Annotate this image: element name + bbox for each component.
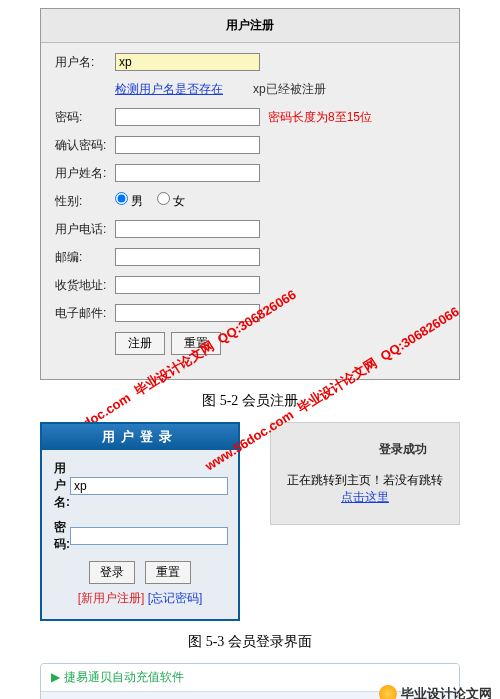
username-taken-msg: xp已经被注册 (253, 81, 326, 98)
triangle-icon: ▶ (51, 670, 60, 684)
password-hint: 密码长度为8至15位 (268, 109, 372, 126)
confirm-password-input[interactable] (115, 136, 260, 154)
phone-label: 用户电话: (55, 221, 115, 238)
realname-label: 用户姓名: (55, 165, 115, 182)
registration-panel: 用户注册 用户名: 检测用户名是否存在 xp已经被注册 密码: 密码长度为8至1… (40, 8, 460, 380)
gender-female-option[interactable]: 女 (157, 194, 185, 208)
reset-button[interactable]: 重置 (171, 332, 221, 355)
confirm-password-label: 确认密码: (55, 137, 115, 154)
leaf-icon (376, 682, 399, 699)
address-label: 收货地址: (55, 277, 115, 294)
login-password-input[interactable] (70, 527, 228, 545)
redirect-link[interactable]: 点击这里 (341, 490, 389, 504)
check-username-link[interactable]: 检测用户名是否存在 (115, 81, 223, 98)
realname-input[interactable] (115, 164, 260, 182)
login-success-message: 正在跳转到主页！若没有跳转点击这里 (283, 472, 447, 506)
figure-5-2-caption: 图 5-2 会员注册 (0, 392, 500, 410)
password-input[interactable] (115, 108, 260, 126)
login-title: 用户登录 (42, 424, 238, 450)
password-label: 密码: (55, 109, 115, 126)
login-success-title: 登录成功 (283, 441, 447, 458)
postcode-input[interactable] (115, 248, 260, 266)
login-button[interactable]: 登录 (89, 561, 135, 584)
figure-5-3-caption: 图 5-3 会员登录界面 (0, 633, 500, 651)
login-username-input[interactable] (70, 477, 228, 495)
gender-male-radio[interactable] (115, 192, 128, 205)
login-success-panel: 登录成功 正在跳转到主页！若没有跳转点击这里 (270, 422, 460, 525)
postcode-label: 邮编: (55, 249, 115, 266)
forgot-password-link[interactable]: [忘记密码] (148, 591, 203, 605)
address-input[interactable] (115, 276, 260, 294)
email-label: 电子邮件: (55, 305, 115, 322)
phone-input[interactable] (115, 220, 260, 238)
gender-label: 性别: (55, 193, 115, 210)
login-panel: 用户登录 用户名: 密 码: 登录 重置 [新用户注册] [忘记密码] (40, 422, 240, 621)
login-password-label: 密 码: (54, 519, 70, 553)
email-input[interactable] (115, 304, 260, 322)
gender-female-radio[interactable] (157, 192, 170, 205)
footer-logo: 毕业设计论文网 (379, 685, 492, 699)
username-input[interactable] (115, 53, 260, 71)
username-label: 用户名: (55, 54, 115, 71)
gender-male-option[interactable]: 男 (115, 194, 143, 208)
new-user-register-link[interactable]: [新用户注册] (78, 591, 145, 605)
login-username-label: 用户名: (54, 460, 70, 511)
register-button[interactable]: 注册 (115, 332, 165, 355)
registration-title: 用户注册 (41, 9, 459, 43)
login-reset-button[interactable]: 重置 (145, 561, 191, 584)
